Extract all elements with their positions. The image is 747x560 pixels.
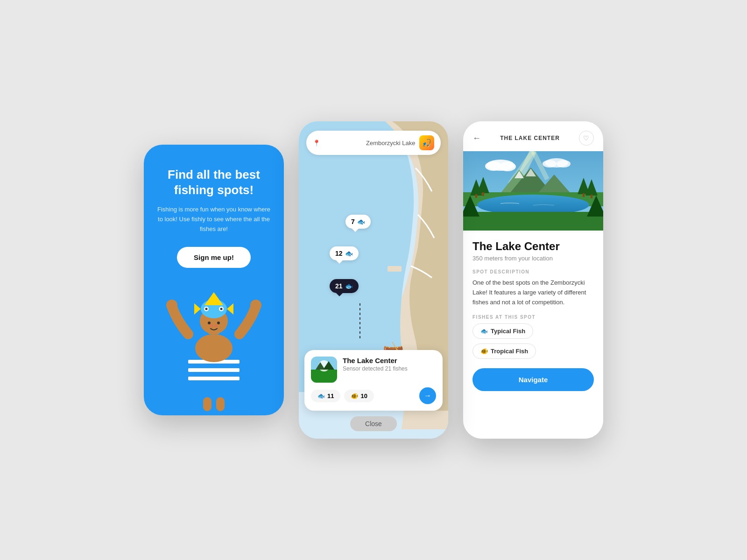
- svg-marker-10: [204, 292, 223, 305]
- tropical-fish-icon: 🐠: [480, 348, 488, 355]
- svg-marker-12: [227, 303, 233, 315]
- card-arrow-button[interactable]: →: [419, 387, 436, 404]
- svg-point-35: [543, 160, 557, 168]
- signup-button[interactable]: Sign me up!: [177, 247, 251, 268]
- search-text: Zemborzycki Lake: [366, 140, 416, 147]
- fish-count-2: 🐠 10: [344, 390, 374, 402]
- svg-rect-4: [203, 397, 211, 411]
- svg-point-33: [499, 162, 516, 171]
- sensor-bubble-7[interactable]: 7 🐟: [345, 215, 371, 229]
- map-background: 7 🐟 12 🐟 21 🐟 🛶: [299, 121, 448, 439]
- fish-count-icon-2: 🐠: [351, 392, 358, 399]
- svg-point-6: [195, 334, 233, 362]
- fish-icon-12: 🐟: [345, 250, 353, 257]
- svg-rect-24: [388, 266, 402, 272]
- svg-marker-11: [194, 303, 201, 315]
- typical-fish-icon: 🐟: [480, 328, 488, 335]
- favorite-button[interactable]: ♡: [579, 131, 594, 146]
- fishes-label: FISHES AT THIS SPOT: [472, 315, 594, 320]
- svg-point-16: [220, 308, 223, 310]
- app-icon: 🎣: [419, 135, 434, 150]
- tropical-fish-label: Tropical Fish: [491, 348, 528, 355]
- svg-rect-51: [591, 195, 592, 198]
- location-thumbnail: [311, 357, 337, 383]
- fish-icon-7: 🐟: [357, 218, 365, 225]
- card-title: The Lake Center: [343, 357, 408, 364]
- navigate-button[interactable]: Navigate: [472, 368, 594, 391]
- sensor-count-21: 21: [335, 282, 343, 290]
- sensor-count-12: 12: [335, 250, 343, 257]
- svg-rect-52: [463, 212, 603, 231]
- spot-name: The Lake Center: [472, 240, 594, 253]
- svg-point-14: [205, 308, 208, 310]
- svg-rect-5: [216, 397, 225, 411]
- svg-point-20: [215, 324, 218, 327]
- svg-point-22: [250, 300, 261, 311]
- fish-count-1: 🐟 11: [311, 390, 340, 402]
- fish-tag-tropical: 🐠 Tropical Fish: [472, 343, 536, 359]
- onboarding-subtitle: Fishing is more fun when you know where …: [157, 205, 271, 234]
- fish-icon-21: 🐟: [345, 282, 353, 290]
- card-subtitle: Sensor detected 21 fishes: [343, 365, 408, 372]
- close-button[interactable]: Close: [350, 416, 397, 431]
- sensor-bubble-12[interactable]: 12 🐟: [330, 246, 359, 260]
- info-card-top: The Lake Center Sensor detected 21 fishe…: [311, 357, 436, 383]
- fish-count-value-2: 10: [360, 392, 367, 399]
- svg-rect-2: [188, 368, 240, 372]
- back-button[interactable]: ←: [472, 133, 481, 143]
- map-search-bar[interactable]: 📍 Zemborzycki Lake 🎣: [306, 131, 441, 155]
- detail-content: The Lake Center 350 meters from your loc…: [463, 232, 603, 439]
- svg-rect-45: [475, 194, 477, 198]
- svg-point-21: [166, 300, 177, 311]
- fish-tags-container: 🐟 Typical Fish 🐠 Tropical Fish: [472, 323, 594, 359]
- sensor-count-7: 7: [351, 218, 355, 225]
- fish-count-icon-1: 🐟: [317, 392, 325, 399]
- detail-header: ← THE LAKE CENTER ♡: [463, 121, 603, 151]
- character-illustration: [162, 283, 265, 413]
- info-card-bottom: 🐟 11 🐠 10 →: [311, 387, 436, 404]
- screens-container: Find all the best fishing spots! Fishing…: [144, 121, 603, 439]
- svg-rect-47: [482, 192, 484, 196]
- svg-point-36: [557, 160, 571, 168]
- typical-fish-label: Typical Fish: [491, 328, 525, 335]
- character-area: [157, 283, 271, 415]
- screen-onboarding: Find all the best fishing spots! Fishing…: [144, 145, 284, 415]
- sensor-bubble-21[interactable]: 21 🐟: [330, 279, 359, 293]
- spot-distance: 350 meters from your location: [472, 255, 594, 262]
- location-info-card: The Lake Center Sensor detected 21 fishe…: [304, 350, 443, 411]
- fish-tag-typical: 🐟 Typical Fish: [472, 323, 533, 339]
- screen-detail: ← THE LAKE CENTER ♡: [463, 121, 603, 439]
- description-label: SPOT DESCRIPTION: [472, 269, 594, 274]
- fish-count-value-1: 11: [327, 392, 334, 399]
- svg-point-18: [217, 322, 220, 324]
- spot-image: [463, 151, 603, 231]
- dotted-path: [359, 303, 360, 341]
- spot-description-text: One of the best spots on the Zemborzycki…: [472, 278, 594, 307]
- svg-rect-3: [188, 377, 240, 380]
- screen-map: 📍 Zemborzycki Lake 🎣: [299, 121, 448, 439]
- detail-header-title: THE LAKE CENTER: [500, 135, 560, 141]
- svg-point-17: [208, 322, 211, 324]
- svg-rect-26: [311, 370, 337, 383]
- svg-point-19: [210, 324, 213, 327]
- info-card-text: The Lake Center Sensor detected 21 fishe…: [343, 357, 408, 383]
- location-icon: 📍: [313, 140, 362, 147]
- onboarding-title: Find all the best fishing spots!: [157, 167, 271, 197]
- svg-rect-49: [583, 193, 585, 197]
